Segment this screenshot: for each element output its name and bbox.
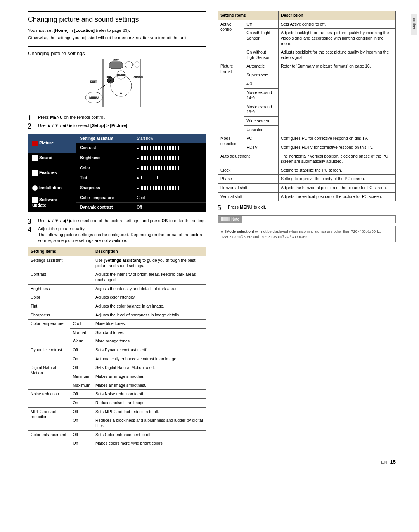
section-heading: Changing picture settings <box>28 50 206 56</box>
remote-illustration: DEMO SOURCE OPTIONS EXIT MENU EXIT MENU … <box>28 59 206 110</box>
svg-rect-0 <box>109 62 123 69</box>
intro-loc: You must set [Home] in [Location] (refer… <box>28 28 206 33</box>
svg-text:MENU: MENU <box>89 96 99 99</box>
page-footer: EN15 <box>0 459 419 471</box>
osd-menu-screenshot: Picture Settings assistant Start now Con… <box>28 134 206 212</box>
update-icon <box>32 197 38 203</box>
page-title: Changing picture and sound settings <box>28 16 206 24</box>
settings-table-right: Setting itemsDescription Active controlO… <box>218 11 396 201</box>
svg-text:OPTIONS: OPTIONS <box>134 76 143 78</box>
settings-table-left: Setting itemsDescription Settings assist… <box>28 247 206 448</box>
note-icon <box>221 217 230 221</box>
language-tab: English <box>411 14 417 35</box>
svg-text:SOURCE: SOURCE <box>117 74 125 76</box>
sound-icon <box>32 155 38 161</box>
step-5: 5 Press MENU to exit. <box>218 204 396 211</box>
intro-warn: Otherwise, the settings you adjusted wil… <box>28 35 206 41</box>
svg-rect-1 <box>125 62 133 68</box>
step-2: 2 Use ▲ / ▼ / ◀ / ▶ to select [Setup] > … <box>28 123 206 130</box>
step-4: 4 Adjust the picture quality. The follow… <box>28 226 206 243</box>
svg-text:▲: ▲ <box>120 92 122 94</box>
svg-text:DEMO: DEMO <box>113 59 118 61</box>
installation-icon <box>32 185 38 191</box>
step-1: 1 Press MENU on the remote control. <box>28 115 206 122</box>
step-3: 3 Use ▲ / ▼ / ◀ / ▶ to select one of the… <box>28 218 206 225</box>
svg-text:EXIT: EXIT <box>90 80 97 83</box>
note-box: Note <box>218 215 396 223</box>
picture-icon <box>32 141 38 146</box>
svg-rect-2 <box>134 62 140 67</box>
features-icon <box>32 170 38 176</box>
